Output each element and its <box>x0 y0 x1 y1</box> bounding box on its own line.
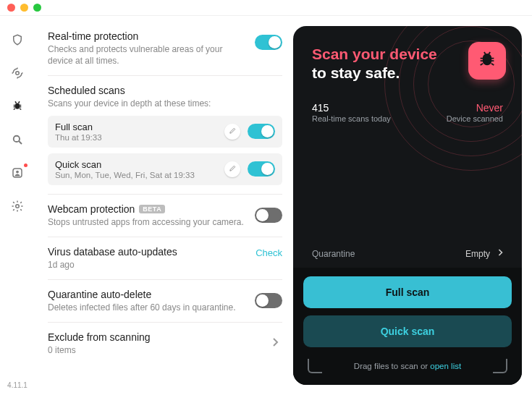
scan-toggle[interactable] <box>248 161 275 177</box>
sidebar: 4.11.1 <box>0 16 35 395</box>
bracket-right-icon <box>493 359 507 373</box>
scan-schedule: Sun, Mon, Tue, Wed, Fri, Sat at 19:33 <box>55 171 217 179</box>
scan-title: Quick scan <box>55 159 217 170</box>
edit-scan-button[interactable] <box>224 124 240 140</box>
quarantine-auto-toggle[interactable] <box>255 293 282 308</box>
scan-schedule: Thu at 19:33 <box>55 133 217 142</box>
radar-icon <box>11 67 24 82</box>
search-icon <box>11 133 24 148</box>
scan-title: Full scan <box>55 122 217 132</box>
sidebar-item-antivirus[interactable] <box>9 98 26 116</box>
section-sub: 1d ago <box>48 259 248 271</box>
scheduled-scan-row: Full scan Thu at 19:33 <box>48 116 282 148</box>
quick-scan-button[interactable]: Quick scan <box>303 315 512 347</box>
edit-scan-button[interactable] <box>224 161 240 177</box>
section-webcam: Webcam protection BETA Stops untrusted a… <box>48 195 282 237</box>
section-exclude[interactable]: Exclude from scanning 0 items <box>48 323 282 365</box>
section-sub: 0 items <box>48 344 261 356</box>
scan-toggle[interactable] <box>248 124 275 139</box>
bug-icon <box>477 50 497 72</box>
quarantine-label: Quarantine <box>312 249 355 259</box>
scheduled-scan-row: Quick scan Sun, Mon, Tue, Wed, Fri, Sat … <box>48 153 282 185</box>
sidebar-item-settings[interactable] <box>9 198 26 216</box>
pencil-icon <box>229 126 237 137</box>
chevron-right-icon <box>497 248 503 259</box>
section-title: Scheduled scans <box>48 85 282 96</box>
sidebar-item-protection[interactable] <box>9 32 26 49</box>
drop-text: Drag files to scan or <box>354 362 430 370</box>
section-quarantine-auto: Quarantine auto-delete Deletes infected … <box>48 280 282 323</box>
close-window-button[interactable] <box>7 4 15 12</box>
chevron-right-icon <box>268 337 282 347</box>
window-titlebar <box>0 0 532 16</box>
zoom-window-button[interactable] <box>33 4 41 12</box>
realtime-scans-label: Real-time scans today <box>312 114 391 123</box>
section-sub: Checks and protects vulnerable areas of … <box>48 43 248 67</box>
device-scanned-value: Never <box>447 102 503 114</box>
open-list-link[interactable]: open list <box>430 362 461 370</box>
svg-point-0 <box>16 71 20 75</box>
alert-dot-icon <box>24 163 28 167</box>
webcam-toggle[interactable] <box>255 208 282 223</box>
realtime-toggle[interactable] <box>255 35 282 50</box>
sidebar-item-account[interactable] <box>9 165 26 182</box>
shield-icon <box>11 33 24 48</box>
section-sub: Stops untrusted apps from accessing your… <box>48 216 248 228</box>
settings-pane: Real-time protection Checks and protects… <box>35 16 290 395</box>
check-updates-link[interactable]: Check <box>256 247 282 258</box>
quarantine-value: Empty <box>465 249 490 259</box>
sidebar-item-radar[interactable] <box>9 65 26 82</box>
minimize-window-button[interactable] <box>20 4 28 12</box>
svg-point-4 <box>16 204 20 208</box>
section-sub: Deletes infected files after 60 days in … <box>48 302 248 313</box>
pencil-icon <box>229 163 237 174</box>
full-scan-button[interactable]: Full scan <box>303 276 512 308</box>
sidebar-item-search[interactable] <box>9 132 26 149</box>
svg-point-1 <box>14 135 20 141</box>
beta-badge: BETA <box>139 205 165 213</box>
bracket-left-icon <box>308 359 322 373</box>
drop-zone[interactable]: Drag files to scan or open list <box>303 354 512 375</box>
section-title: Quarantine auto-delete <box>48 289 248 300</box>
threat-status-badge <box>468 42 506 80</box>
section-db-update: Virus database auto-updates 1d ago Check <box>48 237 282 280</box>
section-title: Virus database auto-updates <box>48 246 248 258</box>
section-sub: Scans your device in depth at these time… <box>48 98 282 109</box>
bug-icon <box>11 100 24 115</box>
device-scanned-label: Device scanned <box>447 114 503 123</box>
scan-panel: Scan your device to stay safe. 415 Real-… <box>293 26 522 385</box>
headline-accent: Scan your device <box>312 46 437 62</box>
svg-point-3 <box>16 170 19 173</box>
section-title: Webcam protection <box>48 203 135 215</box>
section-realtime: Real-time protection Checks and protects… <box>48 30 282 76</box>
section-title: Exclude from scanning <box>48 331 261 343</box>
realtime-scans-value: 415 <box>312 102 391 114</box>
app-version: 4.11.1 <box>0 381 35 389</box>
section-title: Real-time protection <box>48 30 248 42</box>
section-scheduled: Scheduled scans Scans your device in dep… <box>48 76 282 194</box>
gear-icon <box>11 200 24 215</box>
person-icon <box>11 166 24 182</box>
headline-rest: to stay safe. <box>312 64 400 81</box>
quarantine-row[interactable]: Quarantine Empty <box>293 239 522 268</box>
